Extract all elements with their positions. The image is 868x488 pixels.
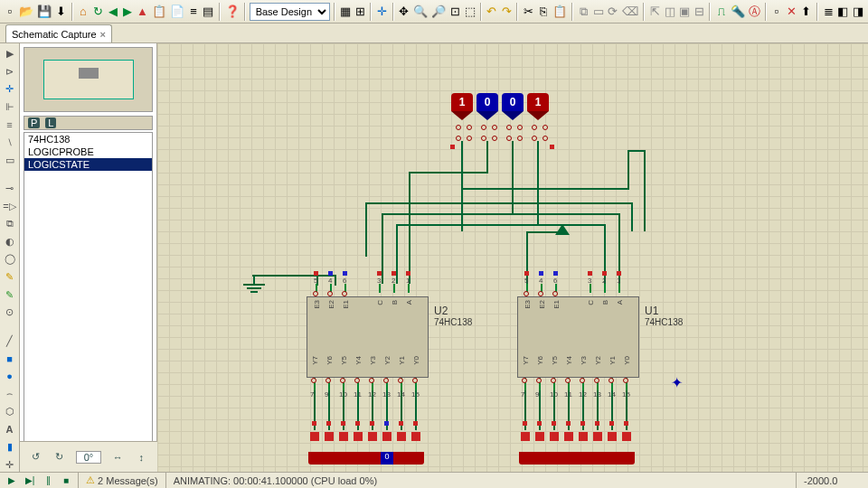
pause-icon[interactable]: ‖ bbox=[42, 474, 54, 487]
logic-probe[interactable] bbox=[593, 432, 602, 441]
bus-icon[interactable]: ⧵ bbox=[3, 136, 17, 150]
cut-icon[interactable]: ✂ bbox=[522, 3, 534, 21]
refresh-icon[interactable]: ↻ bbox=[91, 3, 104, 21]
schematic-canvas[interactable]: 1 0 0 1 U2 74HC138 U1 74HC138 ✦ 5E34E26E… bbox=[157, 43, 868, 472]
component-icon[interactable]: ⊳ bbox=[3, 65, 17, 80]
del-sheet-icon[interactable]: ✕ bbox=[785, 3, 797, 21]
exit-parent-icon[interactable]: ⬆ bbox=[800, 3, 813, 21]
snap-icon[interactable]: ⊞ bbox=[354, 3, 366, 21]
l-button[interactable]: L bbox=[45, 117, 56, 128]
logic-probe[interactable] bbox=[550, 432, 559, 441]
logic-state[interactable]: 1 bbox=[451, 93, 473, 120]
logic-probe[interactable] bbox=[397, 432, 406, 441]
text-icon[interactable]: ≡ bbox=[3, 117, 17, 132]
probe-v-icon[interactable]: ✎ bbox=[3, 270, 17, 285]
logic-probe[interactable] bbox=[579, 432, 588, 441]
tool1-icon[interactable]: ◧ bbox=[836, 3, 849, 21]
logic-probe[interactable] bbox=[622, 432, 631, 441]
decomp-icon[interactable]: ⊟ bbox=[693, 3, 705, 21]
netlist-icon[interactable]: ▤ bbox=[202, 3, 214, 21]
align-icon[interactable]: ≣ bbox=[822, 3, 835, 21]
play-icon[interactable]: ▶ bbox=[5, 474, 18, 487]
property-icon[interactable]: Ⓐ bbox=[748, 3, 761, 21]
overview[interactable] bbox=[24, 47, 153, 112]
open-icon[interactable]: 📂 bbox=[18, 3, 34, 21]
gen-icon[interactable]: ◯ bbox=[3, 252, 17, 267]
package-icon[interactable]: ▣ bbox=[678, 3, 691, 21]
search-icon[interactable]: 🔦 bbox=[730, 3, 746, 21]
block-del-icon[interactable]: ⌫ bbox=[621, 3, 639, 21]
list-item[interactable]: LOGICPROBE bbox=[24, 145, 152, 158]
list-item[interactable]: 74HC138 bbox=[24, 133, 152, 145]
logic-probe[interactable] bbox=[339, 432, 348, 441]
nav-up-icon[interactable]: ▲ bbox=[136, 3, 149, 21]
logic-probe[interactable] bbox=[564, 432, 573, 441]
box-icon[interactable]: ■ bbox=[3, 352, 17, 366]
logic-state[interactable]: 0 bbox=[476, 93, 498, 120]
block-rotate-icon[interactable]: ⟳ bbox=[607, 3, 619, 21]
zoomout-icon[interactable]: 🔎 bbox=[430, 3, 447, 21]
logic-probe[interactable] bbox=[325, 432, 334, 441]
design-mode-select[interactable]: Base Design bbox=[250, 3, 330, 21]
device-list[interactable]: 74HC138 LOGICPROBE LOGICSTATE bbox=[24, 132, 153, 468]
pin-icon[interactable]: =▷ bbox=[3, 199, 17, 213]
probe-i-icon[interactable]: ✎ bbox=[3, 287, 17, 302]
new-icon[interactable]: ▫ bbox=[4, 3, 16, 21]
erc-icon[interactable]: ≡ bbox=[187, 3, 200, 21]
status-messages[interactable]: ⚠ 2 Message(s) bbox=[78, 473, 165, 488]
logic-probe[interactable] bbox=[411, 432, 420, 441]
graph-icon[interactable]: ⧉ bbox=[3, 217, 17, 231]
circle-icon[interactable]: ● bbox=[3, 369, 17, 383]
logic-probe[interactable] bbox=[368, 432, 377, 441]
block-move-icon[interactable]: ▭ bbox=[591, 3, 604, 21]
terminal-icon[interactable]: ⊸ bbox=[3, 182, 17, 196]
pan-icon[interactable]: ✥ bbox=[398, 3, 410, 21]
logic-probe[interactable] bbox=[535, 432, 544, 441]
marker-icon[interactable]: ✛ bbox=[3, 457, 17, 472]
paste-icon[interactable]: 📋 bbox=[552, 3, 568, 21]
logic-probe[interactable] bbox=[608, 432, 617, 441]
copy-icon[interactable]: ⎘ bbox=[537, 3, 550, 21]
text2-icon[interactable]: A bbox=[3, 422, 17, 436]
grid-toggle-icon[interactable]: ▦ bbox=[339, 3, 352, 21]
instr-icon[interactable]: ⊙ bbox=[3, 305, 17, 320]
nav-back-icon[interactable]: ◀ bbox=[106, 3, 118, 21]
block-copy-icon[interactable]: ⧉ bbox=[577, 3, 590, 21]
make-icon[interactable]: ◫ bbox=[663, 3, 675, 21]
subckt-icon[interactable]: ▭ bbox=[3, 153, 17, 167]
tool2-icon[interactable]: ◨ bbox=[852, 3, 864, 21]
chip-u1[interactable]: U1 74HC138 bbox=[517, 296, 639, 378]
list-item[interactable]: LOGICSTATE bbox=[24, 158, 152, 171]
line-icon[interactable]: ╱ bbox=[3, 333, 17, 348]
logic-probe[interactable] bbox=[354, 432, 363, 441]
path-icon[interactable]: ⬡ bbox=[3, 405, 17, 419]
logic-probe[interactable] bbox=[382, 432, 392, 441]
tape-icon[interactable]: ◐ bbox=[3, 235, 17, 249]
stop-icon[interactable]: ■ bbox=[60, 474, 72, 487]
flip-v-icon[interactable]: ↕ bbox=[134, 450, 148, 465]
zoomarea-icon[interactable]: ⬚ bbox=[463, 3, 476, 21]
new-sheet-icon[interactable]: ▫ bbox=[770, 3, 783, 21]
select-icon[interactable]: ▶ bbox=[3, 47, 17, 61]
logic-state[interactable]: 0 bbox=[502, 93, 524, 120]
rot-ccw-icon[interactable]: ↺ bbox=[29, 450, 43, 465]
help-icon[interactable]: ❓ bbox=[224, 3, 241, 21]
undo-icon[interactable]: ↶ bbox=[486, 3, 498, 21]
tab-schematic[interactable]: Schematic Capture × bbox=[5, 24, 112, 42]
arc-icon[interactable]: ⌢ bbox=[3, 387, 17, 401]
label-icon[interactable]: ⊩ bbox=[3, 100, 17, 115]
junction-icon[interactable]: ✛ bbox=[3, 82, 17, 97]
flip-h-icon[interactable]: ↔ bbox=[110, 450, 125, 465]
report-icon[interactable]: 📋 bbox=[151, 3, 167, 21]
chip-u2[interactable]: U2 74HC138 bbox=[307, 296, 429, 378]
wire-auto-icon[interactable]: ⎍ bbox=[714, 3, 727, 21]
rot-cw-icon[interactable]: ↻ bbox=[52, 450, 67, 465]
save-icon[interactable]: 💾 bbox=[36, 3, 52, 21]
origin-icon[interactable]: ✛ bbox=[375, 3, 388, 21]
logic-probe[interactable] bbox=[310, 432, 319, 441]
home-icon[interactable]: ⌂ bbox=[77, 3, 90, 21]
import-icon[interactable]: ⬇ bbox=[54, 3, 67, 21]
p-button[interactable]: P bbox=[28, 117, 40, 128]
symbol-icon[interactable]: ▮ bbox=[3, 440, 17, 455]
redo-icon[interactable]: ↷ bbox=[500, 3, 513, 21]
